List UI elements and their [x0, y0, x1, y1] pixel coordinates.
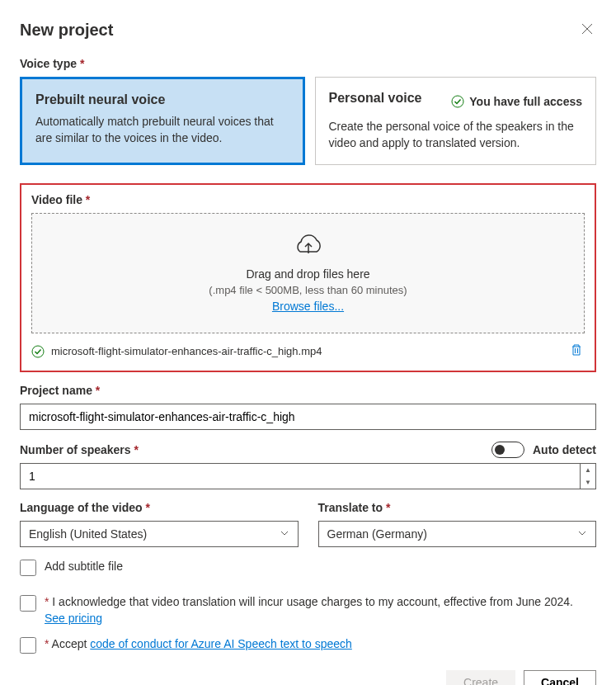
project-name-input[interactable]: [20, 404, 596, 430]
translate-select[interactable]: German (Germany): [318, 521, 597, 547]
create-button[interactable]: Create: [446, 670, 515, 685]
dialog-title: New project: [20, 21, 113, 40]
speakers-input[interactable]: [21, 464, 580, 489]
video-file-label: Video file: [31, 193, 585, 206]
see-pricing-link[interactable]: See pricing: [45, 612, 102, 625]
voice-card-desc: Create the personal voice of the speaker…: [329, 119, 583, 151]
voice-card-personal[interactable]: Personal voice You have full access Crea…: [315, 77, 597, 165]
accept-conduct-label: * Accept code of conduct for Azure AI Sp…: [45, 636, 352, 653]
language-value: English (United States): [29, 527, 147, 541]
drop-text: Drag and drop files here: [52, 267, 564, 281]
auto-detect-toggle[interactable]: [491, 442, 524, 458]
voice-card-title: Prebuilt neural voice: [35, 92, 289, 107]
video-file-section: Video file Drag and drop files here (.mp…: [20, 183, 596, 372]
accept-conduct-checkbox[interactable]: [20, 637, 36, 654]
close-icon: [581, 23, 593, 35]
speakers-label: Number of speakers: [20, 443, 139, 456]
auto-detect-label: Auto detect: [533, 443, 596, 456]
svg-point-1: [32, 346, 44, 357]
voice-card-title: Personal voice: [329, 91, 422, 106]
check-circle-icon: [451, 95, 464, 108]
voice-card-desc: Automatically match prebuilt neural voic…: [35, 114, 289, 146]
access-badge-text: You have full access: [469, 95, 582, 108]
speakers-decrement[interactable]: ▼: [581, 476, 595, 489]
speakers-increment[interactable]: ▲: [581, 464, 595, 476]
acknowledge-charges-label: * I acknowledge that video translation w…: [45, 594, 596, 626]
browse-files-link[interactable]: Browse files...: [272, 300, 344, 313]
voice-type-label: Voice type: [20, 57, 596, 70]
close-button[interactable]: [578, 20, 596, 40]
voice-card-prebuilt[interactable]: Prebuilt neural voice Automatically matc…: [20, 77, 305, 165]
acknowledge-charges-checkbox[interactable]: [20, 595, 36, 612]
check-circle-icon: [31, 345, 45, 358]
subtitle-checkbox[interactable]: [20, 560, 36, 576]
translate-value: German (Germany): [327, 527, 427, 541]
translate-label: Translate to: [318, 501, 597, 514]
subtitle-label: Add subtitle file: [45, 559, 123, 575]
language-label: Language of the video: [20, 501, 299, 514]
file-dropzone[interactable]: Drag and drop files here (.mp4 file < 50…: [31, 213, 585, 333]
chevron-down-icon: [280, 527, 289, 541]
language-select[interactable]: English (United States): [20, 521, 299, 547]
chevron-down-icon: [577, 527, 587, 541]
code-of-conduct-link[interactable]: code of conduct for Azure AI Speech text…: [90, 637, 352, 650]
project-name-label: Project name: [20, 384, 596, 397]
cancel-button[interactable]: Cancel: [524, 670, 596, 685]
access-badge: You have full access: [451, 95, 582, 108]
svg-point-0: [452, 96, 463, 107]
uploaded-filename: microsoft-flight-simulator-enhances-air-…: [51, 345, 562, 357]
trash-icon: [570, 343, 583, 357]
delete-file-button[interactable]: [568, 342, 585, 361]
drop-subtext: (.mp4 file < 500MB, less than 60 minutes…: [52, 284, 564, 296]
cloud-upload-icon: [292, 234, 325, 261]
uploaded-file-row: microsoft-flight-simulator-enhances-air-…: [31, 342, 585, 361]
